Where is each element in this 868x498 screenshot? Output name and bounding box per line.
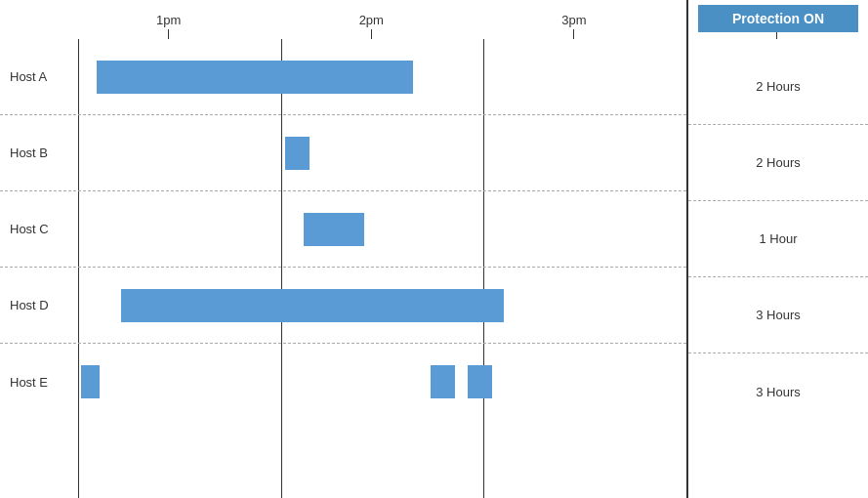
time-label-3pm: 3pm: [561, 13, 586, 27]
right-panel: Protection ON 2 Hours2 Hours1 Hour3 Hour…: [686, 0, 868, 498]
hours-row-4: 3 Hours: [688, 353, 868, 430]
row-host-c: Host C: [0, 191, 686, 268]
time-tick-3pm: 3pm: [561, 13, 586, 39]
tick-line-1pm: [168, 29, 169, 39]
tick-line-2pm: [371, 29, 372, 39]
bar-4-2: [468, 365, 492, 398]
bar-3-0: [121, 289, 504, 322]
hours-panel: 2 Hours2 Hours1 Hour3 Hours3 Hours: [688, 49, 868, 498]
hours-row-0: 2 Hours: [688, 49, 868, 125]
row-label-0: Host A: [0, 69, 78, 84]
rows-area: Host AHost BHost CHost DHost E: [0, 39, 686, 498]
row-label-2: Host C: [0, 222, 78, 236]
row-content-4: [78, 344, 686, 420]
hours-row-1: 2 Hours: [688, 125, 868, 201]
bar-0-0: [97, 61, 413, 94]
row-label-1: Host B: [0, 145, 78, 160]
bar-4-1: [431, 365, 455, 398]
tick-line-3pm: [573, 29, 574, 39]
row-content-1: [78, 115, 686, 190]
main-container: 1pm2pm3pm4pm Host AHost BHost CHost DHos…: [0, 0, 868, 498]
time-tick-1pm: 1pm: [156, 13, 181, 39]
protection-badge: Protection ON: [698, 5, 858, 32]
time-axis: 1pm2pm3pm4pm: [78, 0, 686, 39]
row-host-a: Host A: [0, 39, 686, 115]
row-content-2: [78, 191, 686, 267]
row-content-0: [78, 39, 686, 114]
hours-row-2: 1 Hour: [688, 201, 868, 277]
hours-row-3: 3 Hours: [688, 277, 868, 353]
row-host-b: Host B: [0, 115, 686, 191]
time-tick-2pm: 2pm: [359, 13, 384, 39]
chart-area: 1pm2pm3pm4pm Host AHost BHost CHost DHos…: [0, 0, 686, 498]
row-label-4: Host E: [0, 375, 78, 390]
row-host-d: Host D: [0, 268, 686, 344]
row-content-3: [78, 268, 686, 343]
time-label-2pm: 2pm: [359, 13, 384, 27]
bar-1-0: [285, 137, 310, 170]
row-host-e: Host E: [0, 344, 686, 420]
bar-4-0: [81, 365, 100, 398]
time-label-1pm: 1pm: [156, 13, 181, 27]
row-label-3: Host D: [0, 298, 78, 312]
bar-2-0: [304, 213, 364, 246]
